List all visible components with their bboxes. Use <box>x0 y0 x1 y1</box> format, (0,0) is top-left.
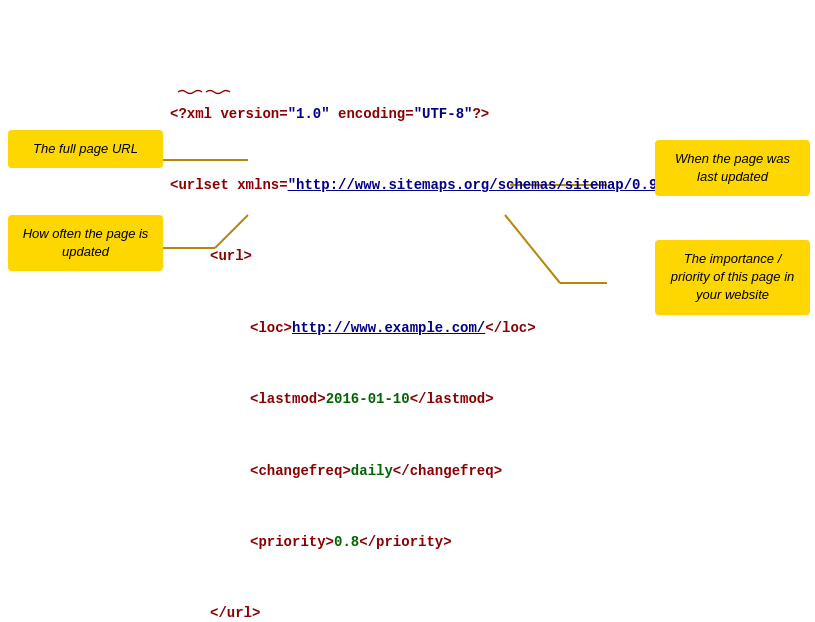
code-block: <?xml version="1.0" encoding="UTF-8"?> <… <box>170 55 674 622</box>
urlset-open: <urlset xmlns="http://www.sitemaps.org/s… <box>170 174 674 198</box>
changefreq1: <changefreq>daily</changefreq> <box>170 460 674 484</box>
annotation-importance: The importance / priority of this page i… <box>655 240 810 315</box>
xml-declaration: <?xml version="1.0" encoding="UTF-8"?> <box>170 103 674 127</box>
priority1: <priority>0.8</priority> <box>170 531 674 555</box>
loc1: <loc>http://www.example.com/</loc> <box>170 317 674 341</box>
page-container: <?xml version="1.0" encoding="UTF-8"?> <… <box>0 0 815 622</box>
annotation-how-often: How often the page is updated <box>8 215 163 271</box>
url1-close: </url> <box>170 602 674 622</box>
url1-open: <url> <box>170 245 674 269</box>
lastmod1: <lastmod>2016-01-10</lastmod> <box>170 388 674 412</box>
annotation-last-updated: When the page was last updated <box>655 140 810 196</box>
annotation-full-url: The full page URL <box>8 130 163 168</box>
